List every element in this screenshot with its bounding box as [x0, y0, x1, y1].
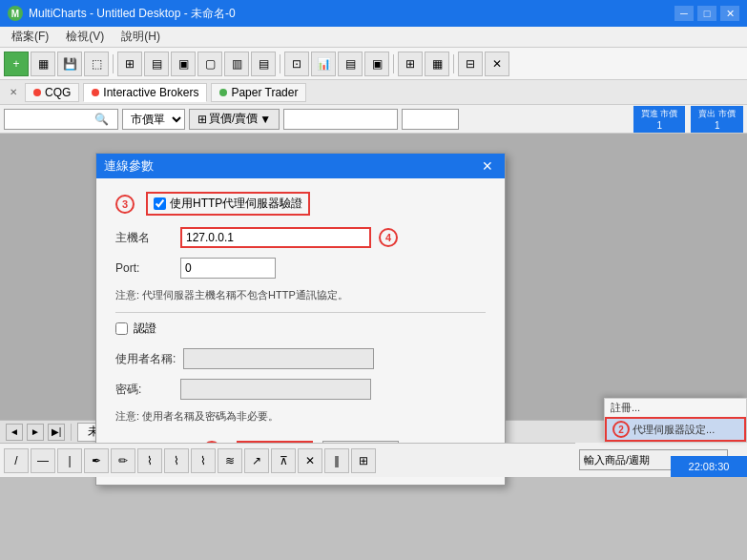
calc-button[interactable]: ⊞ 買價/賣價 ▼: [189, 109, 280, 130]
menu-file[interactable]: 檔案(F): [4, 27, 56, 47]
buy-price-box[interactable]: 買進 市價 1: [633, 106, 686, 133]
tool-btn-9[interactable]: ≋: [218, 448, 242, 473]
tool-btn-11[interactable]: ⊼: [271, 448, 296, 473]
use-proxy-checkbox[interactable]: [154, 197, 166, 210]
toolbar-btn-4[interactable]: ⊞: [117, 52, 142, 76]
tool-btn-1[interactable]: /: [4, 448, 29, 473]
note1-text: 注意: 代理伺服器主機名稱不包含HTTP通訊協定。: [115, 288, 486, 302]
qty-input[interactable]: [402, 109, 459, 130]
title-bar-text: MultiCharts - Untitled Desktop - 未命名-0: [29, 6, 236, 22]
menu-view[interactable]: 檢視(V): [58, 27, 112, 47]
tool-btn-7[interactable]: ⌇: [164, 448, 189, 473]
toolbar-sep-4: [453, 54, 454, 73]
cqg-dot: [33, 89, 41, 96]
toolbar-btn-10[interactable]: ⊡: [284, 52, 309, 76]
dialog-close-button[interactable]: ✕: [478, 156, 497, 176]
tool-btn-10[interactable]: ↗: [244, 448, 269, 473]
calc-label: 買價/賣價: [209, 111, 258, 127]
port-label: Port:: [115, 261, 173, 275]
clock-display: 22:08:30: [671, 456, 747, 477]
dialog-body: 3 使用HTTP代理伺服器驗證 主機名 4 Port: 注意:: [96, 178, 505, 485]
step2-badge-inline: 2: [612, 421, 630, 438]
datasource-bar: ✕ CQG Interactive Brokers Paper Trader: [0, 80, 747, 105]
calc-icon: ⊞: [197, 113, 207, 126]
tab-paper-trader[interactable]: Paper Trader: [211, 83, 306, 102]
toolbar-btn-13[interactable]: ▣: [364, 52, 389, 76]
port-input[interactable]: [180, 258, 276, 279]
tab-interactive-brokers[interactable]: Interactive Brokers: [83, 83, 207, 102]
symbol-search-input[interactable]: [9, 113, 94, 126]
hostname-label: 主機名: [115, 230, 173, 246]
hostname-input[interactable]: [180, 227, 371, 248]
toolbar-btn-close[interactable]: ✕: [485, 52, 509, 76]
toolbar-btn-11[interactable]: 📊: [311, 52, 336, 76]
ib-label: Interactive Brokers: [103, 86, 198, 99]
clock-text: 22:08:30: [689, 461, 730, 472]
tool-btn-12[interactable]: ✕: [298, 448, 322, 473]
toolbar-sep-2: [280, 54, 280, 73]
toolbar-btn-5[interactable]: ▤: [144, 52, 169, 76]
toolbar-btn-3[interactable]: ⬚: [84, 52, 109, 76]
tool-btn-3[interactable]: |: [57, 448, 82, 473]
popup-register-item[interactable]: 註冊...: [605, 399, 746, 417]
auth-checkbox[interactable]: [115, 322, 128, 335]
connection-params-dialog: 連線參數 ✕ 3 使用HTTP代理伺服器驗證 主機名 4: [95, 153, 506, 486]
dialog-title-text: 連線參數: [104, 157, 154, 175]
sell-price-num: 1: [715, 120, 720, 131]
tab-cqg[interactable]: CQG: [25, 83, 79, 102]
toolbar-btn-15[interactable]: ▦: [425, 52, 449, 76]
sell-price-box[interactable]: 賣出 市價 1: [691, 106, 743, 133]
tool-btn-13[interactable]: ‖: [324, 448, 349, 473]
username-label: 使用者名稱:: [115, 351, 176, 367]
use-proxy-label: 使用HTTP代理伺服器驗證: [170, 196, 302, 212]
password-input[interactable]: [180, 379, 371, 400]
hostname-row: 主機名 4: [115, 227, 486, 248]
toolbar-btn-7[interactable]: ▢: [197, 52, 222, 76]
title-bar-left: M MultiCharts - Untitled Desktop - 未命名-0: [8, 6, 236, 22]
tool-btn-2[interactable]: —: [31, 448, 55, 473]
toolbar-btn-add[interactable]: +: [4, 52, 29, 76]
step4-badge: 4: [379, 228, 398, 247]
order-type-select[interactable]: 市價單: [122, 109, 185, 130]
menu-help[interactable]: 說明(H): [114, 27, 168, 47]
main-content: 連線參數 ✕ 3 使用HTTP代理伺服器驗證 主機名 4: [0, 134, 747, 420]
toolbar-btn-6[interactable]: ▣: [171, 52, 196, 76]
symbol-search-container: 🔍: [4, 109, 118, 130]
maximize-button[interactable]: □: [697, 6, 716, 21]
close-button[interactable]: ✕: [720, 6, 739, 21]
nav-next-button[interactable]: ►: [27, 424, 44, 441]
popup-proxy-settings-item[interactable]: 2 代理伺服器設定...: [605, 417, 746, 442]
tool-btn-8[interactable]: ⌇: [191, 448, 216, 473]
datasource-close-btn[interactable]: ✕: [6, 85, 21, 100]
section-divider: [115, 312, 486, 313]
toolbar-sep-1: [113, 54, 114, 73]
nav-add-button[interactable]: ▶|: [48, 424, 65, 441]
toolbar-btn-14[interactable]: ⊞: [398, 52, 423, 76]
toolbar-btn-8[interactable]: ▥: [224, 52, 249, 76]
cqg-label: CQG: [45, 86, 71, 99]
price-input[interactable]: [283, 109, 398, 130]
sell-price-label: 賣出 市價: [698, 108, 736, 120]
toolbar-btn-2[interactable]: 💾: [57, 52, 82, 76]
status-sep: [71, 424, 72, 441]
bottom-toolbar: / — | ✒ ✏ ⌇ ⌇ ⌇ ≋ ↗ ⊼ ✕ ‖ ⊞ 註冊... 2 代理伺服…: [0, 443, 747, 477]
username-input[interactable]: [183, 348, 374, 369]
minimize-button[interactable]: ─: [674, 6, 694, 21]
tool-btn-6[interactable]: ⌇: [137, 448, 162, 473]
tool-btn-5[interactable]: ✏: [111, 448, 135, 473]
toolbar-btn-9[interactable]: ▤: [251, 52, 276, 76]
dialog-title-bar: 連線參數 ✕: [96, 154, 505, 178]
tool-btn-4[interactable]: ✒: [84, 448, 109, 473]
toolbar-btn-1[interactable]: ▦: [31, 52, 55, 76]
toolbar-btn-16[interactable]: ⊟: [458, 52, 483, 76]
toolbar-btn-12[interactable]: ▤: [338, 52, 363, 76]
trading-bar: 🔍 市價單 ⊞ 買價/賣價 ▼ 買進 市價 1 賣出 市價 1: [0, 105, 747, 134]
right-panel-area: 註冊... 2 代理伺服器設定... 輸入商品/週期 ▼ 22:08:30: [575, 443, 747, 477]
buy-price-label: 買進 市價: [641, 108, 678, 120]
note2-text: 注意: 使用者名稱及密碼為非必要。: [115, 409, 486, 424]
app-icon: M: [8, 6, 23, 21]
username-row: 使用者名稱:: [115, 348, 486, 369]
popup-proxy-label: 代理伺服器設定...: [633, 424, 715, 435]
tool-btn-14[interactable]: ⊞: [351, 448, 376, 473]
nav-prev-button[interactable]: ◄: [6, 424, 23, 441]
